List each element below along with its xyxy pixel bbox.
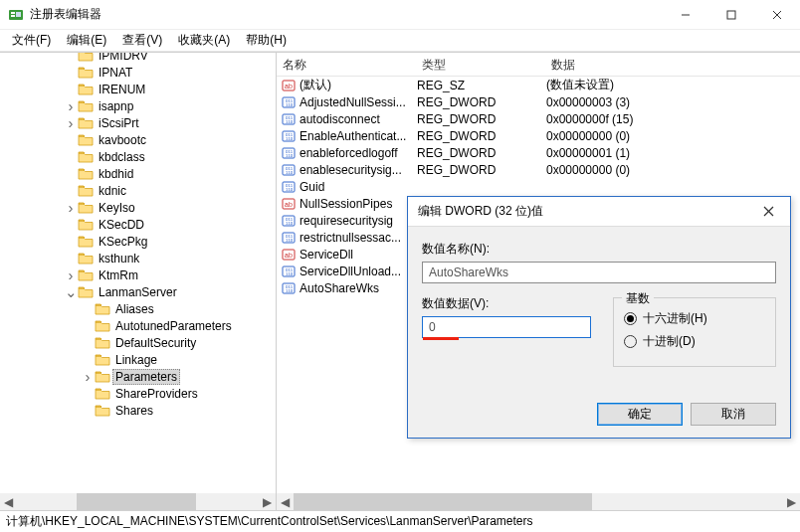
tree-node[interactable]: IPMIDRV [0,53,277,64]
table-row[interactable]: 011110EnableAuthenticat...REG_DWORD0x000… [277,127,800,144]
close-button[interactable] [754,0,800,30]
tree-node[interactable]: Linkage [0,351,277,368]
menu-edit[interactable]: 编辑(E) [59,30,114,51]
tree-label: Shares [112,403,156,419]
table-row[interactable]: 011110autodisconnectREG_DWORD0x0000000f … [277,110,800,127]
tree-node[interactable]: kavbootc [0,131,277,148]
value-type-icon: 011110 [281,179,297,195]
tree-pane[interactable]: IPMIDRVIPNATIRENUM›isapnp›iScsiPrtkavboo… [0,53,277,510]
data-field[interactable] [422,316,591,338]
menu-view[interactable]: 查看(V) [114,30,170,51]
scroll-left-icon[interactable]: ◀ [0,493,17,510]
expand-icon[interactable]: › [65,269,77,281]
radix-dec-option[interactable]: 十进制(D) [624,333,765,350]
folder-icon [78,184,94,198]
maximize-button[interactable] [708,0,754,30]
tree-node[interactable]: Aliases [0,300,277,317]
cancel-button[interactable]: 取消 [691,403,776,426]
scroll-left-icon[interactable]: ◀ [277,493,294,510]
name-field[interactable] [422,262,776,283]
value-type-icon: ab [281,196,297,212]
col-data[interactable]: 数据 [545,53,800,76]
scroll-right-icon[interactable]: ▶ [783,493,800,510]
minimize-button[interactable] [663,0,708,30]
svg-text:110: 110 [286,102,294,107]
tree-label: kbdclass [96,149,148,165]
tree-hscroll[interactable]: ◀ ▶ [0,493,276,510]
menu-favorites[interactable]: 收藏夹(A) [170,30,238,51]
table-row[interactable]: ab(默认)REG_SZ(数值未设置) [277,77,800,93]
tree-node[interactable]: ksthunk [0,250,277,266]
expand-icon[interactable]: › [65,117,77,129]
tree-node[interactable]: Shares [0,402,277,419]
folder-icon [78,252,94,266]
list-hscroll[interactable]: ◀ ▶ [277,493,800,510]
tree-node[interactable]: ›iScsiPrt [0,114,277,131]
cell-type: REG_DWORD [417,95,546,109]
cell-name: autodisconnect [300,112,417,126]
window-title: 注册表编辑器 [30,6,663,23]
tree-node[interactable]: ⌄LanmanServer [0,283,277,300]
svg-text:110: 110 [286,136,294,141]
menu-help[interactable]: 帮助(H) [238,30,295,51]
tree-node[interactable]: ›isapnp [0,97,277,114]
value-type-icon: 011110 [281,213,297,229]
table-row[interactable]: 011110Guid [277,178,800,195]
menu-file[interactable]: 文件(F) [4,30,59,51]
tree-node[interactable]: KSecDD [0,216,277,233]
table-row[interactable]: 011110AdjustedNullSessi...REG_DWORD0x000… [277,93,800,110]
tree-node[interactable]: IRENUM [0,81,277,97]
tree-node[interactable]: kbdhid [0,165,277,182]
edit-dword-dialog: 编辑 DWORD (32 位)值 数值名称(N): 数值数据(V): 基数 十 [407,196,791,439]
tree-label: kavbootc [96,132,149,148]
cell-name: (默认) [300,77,417,93]
radix-hex-option[interactable]: 十六进制(H) [624,310,765,327]
svg-text:110: 110 [286,153,294,158]
tree-node[interactable]: kbdclass [0,148,277,165]
ok-button[interactable]: 确定 [597,403,683,426]
folder-icon [78,218,94,232]
tree-node[interactable]: ›KeyIso [0,199,277,216]
tree-node[interactable]: kdnic [0,182,277,199]
cell-name: enablesecuritysig... [300,163,417,177]
scroll-thumb[interactable] [294,493,592,510]
list-header: 名称 类型 数据 [277,53,800,77]
tree-label: KtmRm [96,267,141,283]
folder-icon [78,53,94,63]
folder-icon [95,404,110,418]
title-bar: 注册表编辑器 [0,0,800,30]
col-type[interactable]: 类型 [416,53,545,76]
svg-text:110: 110 [286,288,294,293]
radio-on-icon [624,312,637,325]
tree-node[interactable]: DefaultSecurity [0,334,277,351]
tree-node[interactable]: ›Parameters [0,368,277,385]
cell-name: requiresecuritysig [300,214,417,228]
status-bar: 计算机\HKEY_LOCAL_MACHINE\SYSTEM\CurrentCon… [0,510,800,532]
tree-node[interactable]: KSecPkg [0,233,277,250]
svg-text:110: 110 [286,238,294,243]
scroll-thumb[interactable] [77,493,196,510]
folder-icon [95,387,110,401]
value-type-icon: 011110 [281,94,297,110]
svg-text:110: 110 [286,221,294,226]
tree-label: Aliases [112,301,157,317]
svg-text:ab: ab [285,201,293,208]
scroll-right-icon[interactable]: ▶ [259,493,276,510]
cell-data: 0x00000003 (3) [546,95,800,109]
expand-icon[interactable]: › [65,100,77,112]
expand-icon[interactable]: › [82,371,94,383]
table-row[interactable]: 011110enableforcedlogoffREG_DWORD0x00000… [277,144,800,161]
dialog-close-button[interactable] [746,197,790,227]
cell-type: REG_DWORD [417,129,546,143]
tree-node[interactable]: AutotunedParameters [0,317,277,334]
tree-node[interactable]: IPNAT [0,64,277,81]
svg-text:110: 110 [286,119,294,124]
col-name[interactable]: 名称 [277,53,416,76]
tree-node[interactable]: ShareProviders [0,385,277,402]
table-row[interactable]: 011110enablesecuritysig...REG_DWORD0x000… [277,161,800,178]
cell-data: 0x00000001 (1) [546,146,800,160]
tree-node[interactable]: ›KtmRm [0,266,277,283]
folder-icon [95,353,110,367]
expand-icon[interactable]: ⌄ [65,286,77,298]
expand-icon[interactable]: › [65,202,77,214]
